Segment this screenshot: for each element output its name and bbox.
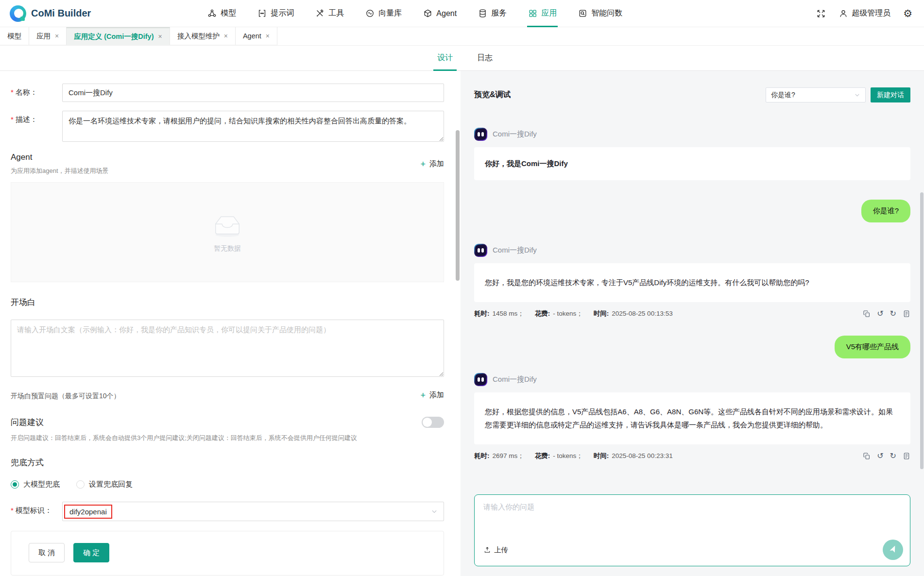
tab-design[interactable]: 设计 [436, 46, 454, 70]
tab-model-maintenance[interactable]: 接入模型维护 × [170, 27, 236, 45]
nav-item-apps[interactable]: 应用 [528, 0, 557, 27]
tools-icon [315, 9, 325, 18]
nav-label: 向量库 [378, 8, 402, 18]
radio-icon [11, 480, 19, 489]
nav-label: 应用 [541, 8, 557, 18]
opening-title: 开场白 [11, 297, 444, 308]
message-meta: 耗时:1458 ms； 花费:- tokens； 时间:2025-08-25 0… [474, 309, 910, 318]
prompt-icon [257, 9, 267, 18]
confirm-button[interactable]: 确 定 [73, 543, 109, 562]
nav-item-agent[interactable]: Agent [423, 0, 457, 27]
tab-agent[interactable]: Agent × [236, 27, 277, 45]
settings-gear-icon[interactable]: ⚙ [903, 8, 912, 18]
nav-label: 模型 [221, 8, 236, 18]
vector-store-icon [365, 9, 375, 18]
agent-section-subtitle: 为应用添加agent，并描述使用场景 [11, 167, 444, 175]
nav-item-vector[interactable]: 向量库 [365, 0, 402, 27]
right-panel-scrollbar[interactable] [920, 192, 924, 469]
user-menu[interactable]: 超级管理员 [838, 8, 890, 18]
bot-bubble: 您好，根据您提供的信息，V5产品线包括A6、A8、G6、A8N、G6N等。这些产… [474, 392, 910, 445]
user-name: 超级管理员 [852, 8, 890, 18]
nav-item-smart-qna[interactable]: 智能问数 [578, 0, 622, 27]
refresh-icon[interactable]: ↻ [890, 452, 896, 460]
design-log-tabs: 设计 日志 [0, 46, 924, 71]
fallback-options: 大模型兜底 设置兜底回复 [11, 480, 444, 489]
user-bubble: 你是谁? [861, 200, 910, 222]
agent-section-title: Agent [11, 152, 444, 162]
report-icon[interactable] [903, 452, 910, 460]
history-icon[interactable]: ↺ [877, 310, 883, 318]
close-icon[interactable]: × [224, 32, 228, 40]
comi-logo-icon [10, 5, 26, 22]
tab-log[interactable]: 日志 [476, 46, 494, 70]
refresh-icon[interactable]: ↻ [890, 310, 896, 318]
preview-debug-panel: 预览&调试 你是谁? 新建对话 Comi一搜Dify 你好，我是Comi一搜Di… [461, 71, 924, 576]
tab-model[interactable]: 模型 [0, 27, 29, 45]
required-asterisk: * [11, 506, 14, 514]
chat-input-box[interactable]: 请输入你的问题 上传 [474, 494, 910, 566]
copy-icon[interactable] [863, 310, 871, 318]
close-icon[interactable]: × [55, 32, 59, 40]
model-icon [207, 9, 217, 18]
main-nav: 模型 提示词 工具 向量库 Agent 服务 [207, 0, 622, 27]
content: *名称： *描述： 你是一名环境运维技术专家，请根据用户的提问，结合知识库搜索的… [0, 71, 924, 576]
radio-custom-fallback-reply[interactable]: 设置兜底回复 [76, 480, 133, 489]
cost-value: - tokens； [553, 452, 583, 459]
close-icon[interactable]: × [266, 32, 270, 40]
app-root: CoMi Builder 模型 提示词 工具 向量库 Agent [0, 0, 924, 576]
chevron-down-icon [854, 92, 860, 98]
opening-textarea[interactable] [11, 320, 444, 377]
nav-item-service[interactable]: 服务 [478, 0, 507, 27]
tab-app-definition[interactable]: 应用定义 (Comi一搜Dify) × [67, 27, 170, 45]
open-tabs-bar: 模型 应用 × 应用定义 (Comi一搜Dify) × 接入模型维护 × Age… [0, 27, 924, 46]
fullscreen-icon[interactable] [816, 9, 826, 18]
bot-bubble: 您好，我是您的环境运维技术专家，专注于V5产品线Dify环境的运维支持。有什么我… [474, 263, 910, 302]
model-id-row: *模型标识： dify2openai [11, 502, 444, 521]
chevron-down-icon [431, 508, 438, 515]
add-preset-question-button[interactable]: + 添加 [420, 390, 444, 400]
add-agent-button[interactable]: + 添加 [420, 159, 444, 169]
copy-icon[interactable] [863, 452, 871, 460]
name-input[interactable] [62, 84, 444, 102]
tab-label: 模型 [7, 32, 21, 41]
app-definition-form: *名称： *描述： 你是一名环境运维技术专家，请根据用户的提问，结合知识库搜索的… [0, 71, 461, 576]
toggle-knob [423, 418, 432, 427]
left-panel-scrollbar[interactable] [456, 130, 460, 281]
new-chat-button[interactable]: 新建对话 [871, 87, 910, 102]
bot-avatar [474, 373, 487, 386]
preview-header: 预览&调试 你是谁? 新建对话 [474, 87, 910, 102]
time-value: 2025-08-25 00:23:31 [612, 452, 672, 459]
nav-label: Agent [436, 9, 457, 18]
question-suggest-toggle[interactable] [422, 417, 444, 428]
close-icon[interactable]: × [158, 33, 162, 40]
description-label: *描述： [11, 111, 62, 142]
model-id-label: *模型标识： [11, 502, 62, 521]
chat-message-user: 你是谁? [474, 200, 910, 222]
user-icon [838, 9, 848, 18]
header-right: 超级管理员 ⚙ [816, 8, 912, 18]
chat-message-bot: Comi一搜Dify 您好，根据您提供的信息，V5产品线包括A6、A8、G6、A… [474, 373, 910, 461]
nav-item-prompt[interactable]: 提示词 [257, 0, 294, 27]
tab-label: Agent [243, 32, 261, 40]
send-button[interactable] [883, 540, 903, 560]
bot-name: Comi一搜Dify [493, 375, 537, 384]
bot-avatar [474, 244, 487, 257]
model-id-select[interactable]: dify2openai [62, 502, 444, 521]
cost-value: - tokens； [553, 310, 583, 317]
question-select[interactable]: 你是谁? [766, 87, 866, 102]
tab-label: 应用定义 (Comi一搜Dify) [74, 32, 154, 41]
bot-name: Comi一搜Dify [493, 130, 537, 139]
nav-item-model[interactable]: 模型 [207, 0, 236, 27]
description-textarea[interactable]: 你是一名环境运维技术专家，请根据用户的提问，结合知识库搜索的相关性内容整合回答出… [62, 111, 444, 142]
radio-icon [76, 480, 85, 489]
report-icon[interactable] [903, 310, 910, 318]
nav-item-tools[interactable]: 工具 [315, 0, 344, 27]
history-icon[interactable]: ↺ [877, 452, 883, 460]
tab-app[interactable]: 应用 × [29, 27, 67, 45]
radio-llm-fallback[interactable]: 大模型兜底 [11, 480, 60, 489]
cancel-button[interactable]: 取 消 [29, 543, 65, 562]
upload-button[interactable]: 上传 [483, 545, 508, 555]
time-value: 2025-08-25 00:13:53 [612, 310, 672, 317]
bot-avatar [474, 128, 487, 141]
agent-section-header: Agent 为应用添加agent，并描述使用场景 + 添加 [11, 152, 444, 175]
